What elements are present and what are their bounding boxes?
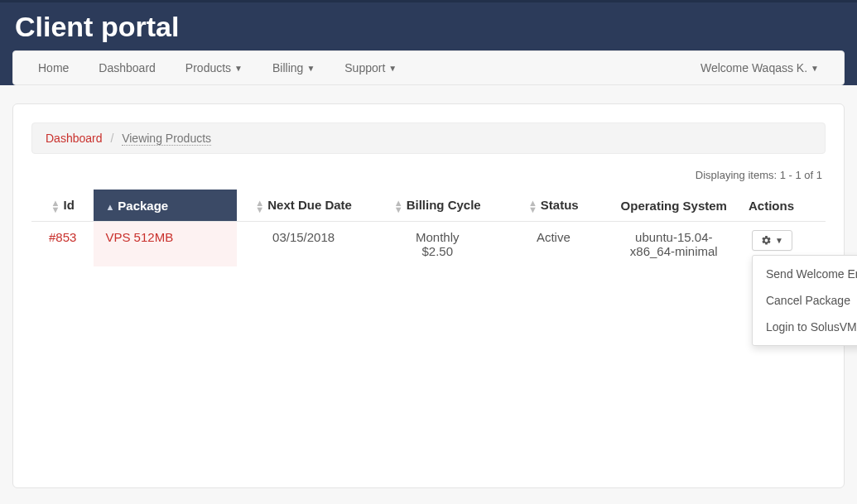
nav-user-label: Welcome Waqass K. [701, 61, 807, 74]
billing-cycle-name: Monthly [377, 230, 498, 244]
nav-billing[interactable]: Billing▼ [258, 50, 330, 85]
col-package[interactable]: ▲Package [94, 190, 236, 222]
col-next-due-label: Next Due Date [267, 198, 352, 212]
table-row: #853 VPS 512MB 03/15/2018 Monthly $2.50 … [31, 222, 826, 267]
col-status-label: Status [541, 198, 579, 212]
cell-os: ubuntu-15.04- x86_64-minimal [603, 222, 745, 267]
col-id[interactable]: ▲▼Id [31, 190, 94, 222]
nav-dashboard[interactable]: Dashboard [84, 50, 171, 85]
actions-dropdown: Send Welcome Email Cancel Package Login … [752, 255, 857, 346]
billing-cycle-price: $2.50 [377, 244, 498, 258]
action-login-solusvm[interactable]: Login to SolusVM [753, 314, 857, 340]
main-nav: Home Dashboard Products▼ Billing▼ Suppor… [12, 50, 845, 85]
breadcrumb-dashboard-link[interactable]: Dashboard [46, 132, 103, 145]
products-table: ▲▼Id ▲Package ▲▼Next Due Date ▲▼Billing … [31, 190, 826, 266]
action-send-welcome-email[interactable]: Send Welcome Email [753, 261, 857, 287]
sort-icon: ▲▼ [255, 199, 264, 213]
caret-down-icon: ▼ [811, 64, 819, 73]
product-package-link[interactable]: VPS 512MB [105, 230, 173, 244]
col-billing-cycle[interactable]: ▲▼Billing Cycle [370, 190, 504, 222]
nav-products[interactable]: Products▼ [171, 50, 258, 85]
nav-home-label: Home [38, 61, 69, 74]
caret-down-icon: ▼ [234, 64, 243, 73]
col-package-label: Package [118, 199, 168, 213]
actions-gear-button[interactable]: ▼ [752, 230, 792, 251]
nav-wrap: Home Dashboard Products▼ Billing▼ Suppor… [0, 50, 857, 85]
sort-icon: ▲▼ [394, 199, 403, 213]
breadcrumb-separator: / [110, 132, 113, 145]
sort-icon: ▲▼ [51, 199, 60, 213]
table-header-row: ▲▼Id ▲Package ▲▼Next Due Date ▲▼Billing … [31, 190, 826, 222]
sort-icon: ▲▼ [528, 199, 537, 213]
nav-products-label: Products [185, 61, 231, 74]
header-bar: Client portal [0, 0, 857, 50]
col-actions: Actions [745, 190, 826, 222]
cell-billing-cycle: Monthly $2.50 [370, 222, 504, 267]
action-cancel-package[interactable]: Cancel Package [753, 287, 857, 314]
col-actions-label: Actions [749, 199, 794, 213]
nav-user-menu[interactable]: Welcome Waqass K.▼ [686, 50, 834, 85]
nav-left: Home Dashboard Products▼ Billing▼ Suppor… [23, 50, 412, 85]
cell-next-due: 03/15/2018 [237, 222, 371, 267]
os-line1: ubuntu-15.04- [609, 230, 739, 244]
sort-asc-icon: ▲ [105, 202, 114, 212]
col-os: Operating System [603, 190, 745, 222]
app-title: Client portal [15, 11, 179, 43]
list-info: Displaying items: 1 - 1 of 1 [31, 169, 822, 181]
col-os-label: Operating System [621, 199, 727, 213]
caret-down-icon: ▼ [388, 64, 397, 73]
cell-package: VPS 512MB [94, 222, 236, 267]
os-line2: x86_64-minimal [609, 244, 739, 258]
nav-support[interactable]: Support▼ [330, 50, 412, 85]
cell-status: Active [504, 222, 603, 267]
content-card: Dashboard / Viewing Products Displaying … [12, 103, 845, 488]
breadcrumb: Dashboard / Viewing Products [31, 122, 826, 154]
breadcrumb-current: Viewing Products [122, 132, 211, 146]
gear-icon [761, 235, 772, 246]
cell-id: #853 [31, 222, 94, 267]
col-next-due[interactable]: ▲▼Next Due Date [237, 190, 371, 222]
col-status[interactable]: ▲▼Status [504, 190, 603, 222]
nav-support-label: Support [344, 61, 385, 74]
col-billing-cycle-label: Billing Cycle [407, 198, 481, 212]
cell-actions: ▼ Send Welcome Email Cancel Package Logi… [745, 222, 826, 267]
caret-down-icon: ▼ [775, 236, 783, 245]
nav-right: Welcome Waqass K.▼ [686, 50, 834, 85]
page-body: Dashboard / Viewing Products Displaying … [0, 85, 857, 501]
actions-wrap: ▼ Send Welcome Email Cancel Package Logi… [752, 230, 792, 251]
nav-billing-label: Billing [272, 61, 303, 74]
product-id-link[interactable]: #853 [49, 230, 76, 244]
caret-down-icon: ▼ [306, 64, 315, 73]
nav-home[interactable]: Home [23, 50, 84, 85]
nav-dashboard-label: Dashboard [99, 61, 156, 74]
col-id-label: Id [63, 198, 74, 212]
